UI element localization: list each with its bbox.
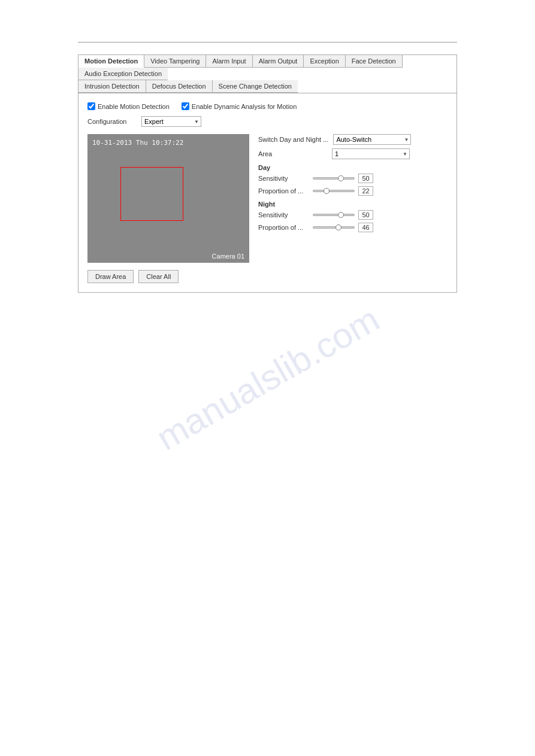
enable-motion-text: Enable Motion Detection bbox=[98, 103, 170, 110]
area-label: Area bbox=[258, 150, 327, 157]
day-proportion-thumb[interactable] bbox=[324, 188, 330, 194]
tabs-row1: Motion Detection Video Tampering Alarm I… bbox=[78, 54, 457, 80]
night-sensitivity-track bbox=[313, 214, 355, 216]
camera-timestamp: 10-31-2013 Thu 10:37:22 bbox=[92, 139, 183, 147]
day-proportion-value: 22 bbox=[358, 186, 373, 196]
day-proportion-track bbox=[313, 190, 355, 192]
night-proportion-track bbox=[313, 226, 355, 229]
buttons-row: Draw Area Clear All bbox=[87, 270, 448, 283]
area-row: Area 1 2 3 4 bbox=[258, 148, 448, 159]
main-content: 10-31-2013 Thu 10:37:22 Camera 01 Switch… bbox=[87, 134, 448, 263]
checkboxes-row: Enable Motion Detection Enable Dynamic A… bbox=[87, 102, 448, 110]
config-row: Configuration Expert Normal bbox=[87, 116, 448, 127]
tab-intrusion-detection[interactable]: Intrusion Detection bbox=[78, 80, 146, 93]
tab-audio-exception[interactable]: Audio Exception Detection bbox=[78, 68, 168, 80]
configuration-select[interactable]: Expert Normal bbox=[141, 116, 201, 127]
switch-day-night-row: Switch Day and Night ... Auto-Switch Day… bbox=[258, 134, 448, 145]
main-container: Motion Detection Video Tampering Alarm I… bbox=[78, 54, 457, 293]
configuration-select-wrapper: Expert Normal bbox=[141, 116, 201, 127]
day-sensitivity-track bbox=[313, 177, 355, 180]
tabs-row2: Intrusion Detection Defocus Detection Sc… bbox=[78, 80, 457, 93]
tab-scene-change[interactable]: Scene Change Detection bbox=[213, 80, 298, 93]
enable-motion-label[interactable]: Enable Motion Detection bbox=[87, 102, 170, 110]
tab-alarm-input[interactable]: Alarm Input bbox=[206, 55, 252, 68]
day-section-title: Day bbox=[258, 164, 448, 171]
enable-motion-checkbox[interactable] bbox=[87, 102, 95, 110]
night-section-title: Night bbox=[258, 201, 448, 208]
camera-detection-rect bbox=[120, 167, 183, 221]
area-select[interactable]: 1 2 3 4 bbox=[332, 148, 410, 159]
night-proportion-label: Proportion of ... bbox=[258, 224, 309, 231]
camera-label: Camera 01 bbox=[212, 253, 244, 260]
content-panel: Enable Motion Detection Enable Dynamic A… bbox=[78, 93, 457, 293]
configuration-label: Configuration bbox=[87, 118, 135, 125]
night-proportion-row: Proportion of ... 46 bbox=[258, 223, 448, 232]
tab-defocus-detection[interactable]: Defocus Detection bbox=[146, 80, 213, 93]
tab-video-tampering[interactable]: Video Tampering bbox=[144, 55, 206, 68]
watermark: manualslib.com bbox=[149, 297, 386, 458]
day-sensitivity-row: Sensitivity 50 bbox=[258, 174, 448, 183]
night-sensitivity-thumb[interactable] bbox=[338, 212, 344, 218]
area-select-wrapper: 1 2 3 4 bbox=[332, 148, 410, 159]
tab-alarm-output[interactable]: Alarm Output bbox=[253, 55, 304, 68]
night-sensitivity-row: Sensitivity 50 bbox=[258, 210, 448, 220]
draw-area-button[interactable]: Draw Area bbox=[87, 270, 134, 283]
night-proportion-thumb[interactable] bbox=[335, 224, 341, 230]
clear-all-button[interactable]: Clear All bbox=[138, 270, 179, 283]
day-proportion-row: Proportion of ... 22 bbox=[258, 186, 448, 196]
night-sensitivity-value: 50 bbox=[358, 210, 373, 220]
enable-dynamic-checkbox[interactable] bbox=[182, 102, 189, 110]
night-proportion-value: 46 bbox=[358, 223, 373, 232]
tab-face-detection[interactable]: Face Detection bbox=[346, 55, 403, 68]
switch-day-night-select[interactable]: Auto-Switch Day Night bbox=[333, 134, 411, 145]
day-sensitivity-thumb[interactable] bbox=[338, 175, 344, 181]
switch-day-night-label: Switch Day and Night ... bbox=[258, 136, 328, 143]
switch-day-night-select-wrapper: Auto-Switch Day Night bbox=[333, 134, 411, 145]
tab-exception[interactable]: Exception bbox=[304, 55, 345, 68]
day-proportion-label: Proportion of ... bbox=[258, 187, 309, 195]
night-sensitivity-label: Sensitivity bbox=[258, 211, 309, 218]
enable-dynamic-label[interactable]: Enable Dynamic Analysis for Motion bbox=[182, 102, 297, 110]
right-panel: Switch Day and Night ... Auto-Switch Day… bbox=[258, 134, 448, 263]
camera-preview: 10-31-2013 Thu 10:37:22 Camera 01 bbox=[87, 134, 249, 263]
top-rule bbox=[78, 42, 457, 42]
day-sensitivity-value: 50 bbox=[358, 174, 373, 183]
tab-motion-detection[interactable]: Motion Detection bbox=[78, 55, 144, 68]
enable-dynamic-text: Enable Dynamic Analysis for Motion bbox=[192, 103, 297, 110]
day-sensitivity-label: Sensitivity bbox=[258, 175, 309, 182]
